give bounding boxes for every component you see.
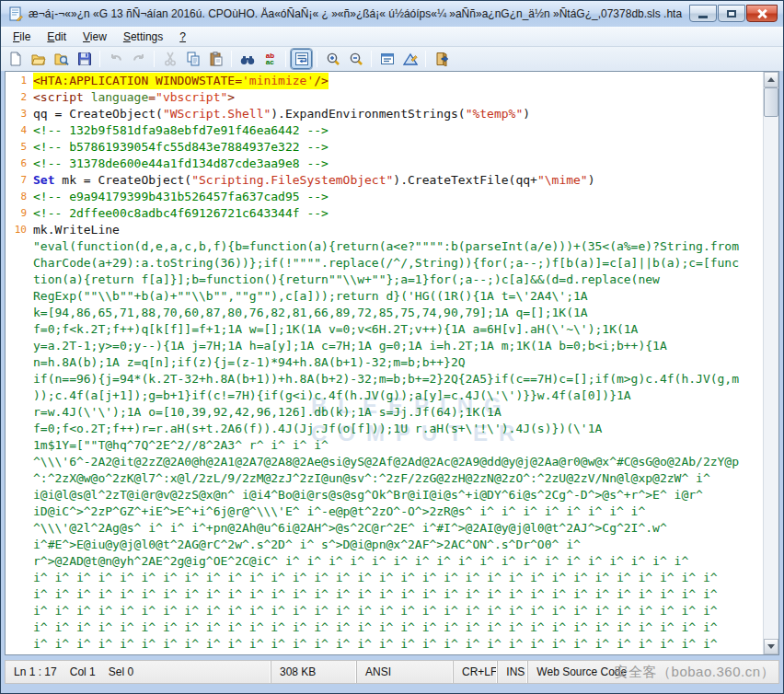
status-insert-mode[interactable]: INS — [497, 661, 527, 683]
code-text[interactable]: <script language="vbscript"> — [33, 89, 763, 106]
code-text[interactable]: <!-- 2dffee00c8adbc4f69126721c643344f --… — [33, 205, 763, 222]
code-text[interactable]: RegExp(""\\b""+b(a)+""\\b"",""g""),c[a])… — [33, 288, 763, 305]
code-text[interactable]: i^ i^ i^ i^ i^ i^ i^ i^ i^ i^ i^ i^ i^ i… — [33, 603, 763, 619]
open-file-button[interactable] — [28, 49, 49, 69]
undo-button[interactable] — [105, 49, 126, 69]
settings-button[interactable] — [376, 49, 398, 69]
line-number[interactable] — [6, 636, 33, 653]
line-number[interactable] — [6, 537, 33, 553]
line-number[interactable] — [6, 387, 33, 404]
line-number[interactable] — [6, 288, 33, 305]
line-number[interactable] — [6, 404, 33, 421]
code-text[interactable]: ^\\\'6^-2A2@it@2zZ@2A0@h@2A1@2A7@2A8@2Ae… — [33, 454, 763, 470]
code-text[interactable]: i@i@l@s@l^2zT@i@r@v@2zS@x@n^ i@i4^Bo@i@r… — [33, 487, 763, 503]
line-number[interactable] — [6, 238, 33, 255]
code-text[interactable]: n=h.8A(b);1A z=q[n];if(z){j=(z-1)*94+h.8… — [33, 354, 763, 371]
code-text[interactable]: "eval(function(d,e,a,c,b,f){b=function(a… — [33, 238, 763, 255]
status-eol-mode[interactable]: CR+LF — [453, 661, 497, 683]
code-text[interactable]: f=0;f<o.2T;f++)r=r.aH(s+t.2A6(f)).4J(Jj.… — [33, 421, 763, 437]
line-number[interactable]: 8 — [6, 189, 33, 205]
line-number[interactable] — [6, 321, 33, 338]
line-number[interactable] — [6, 354, 33, 371]
code-text[interactable]: ));c.4f(a[j+1]);g=b+1}if(c!=7H){if(g<i)c… — [33, 387, 763, 404]
code-text[interactable]: <!-- 132b9f581dfa9a8ebfd7e91f46ea6442 --… — [33, 122, 763, 139]
line-number[interactable]: 5 — [6, 139, 33, 156]
copy-button[interactable] — [182, 49, 203, 69]
code-text[interactable]: mk.WriteLine — [33, 222, 763, 238]
code-text[interactable]: qq = CreateObject("WScript.Shell").Expan… — [33, 106, 763, 122]
menu-view[interactable]: View — [75, 29, 115, 45]
line-number[interactable]: 10 — [6, 222, 33, 238]
code-text[interactable]: f=0;f<k.2T;f++)q[k[f]]=f+1;1A w=[];1K(1A… — [33, 321, 763, 338]
menu-help[interactable]: ? — [171, 29, 194, 45]
code-text[interactable]: i^ i^ i^ i^ i^ i^ i^ i^ i^ i^ i^ i^ i^ i… — [33, 586, 763, 603]
line-number[interactable] — [6, 503, 33, 520]
code-text[interactable]: ^:^2zX@w@o^2zK@l7^:x@l/2zL/9/2zM@2zJ^2zI… — [33, 470, 763, 487]
code-text[interactable]: i^ i^ i^ i^ i^ i^ i^ i^ i^ i^ i^ i^ i^ i… — [33, 570, 763, 586]
vertical-scrollbar[interactable] — [763, 72, 778, 654]
code-text[interactable]: i^ i^ i^ i^ i^ i^ i^ i^ i^ i^ i^ i^ i^ i… — [33, 636, 763, 653]
code-text[interactable]: <HTA:APPLICATION WINDOWSTATE='minimize'/… — [33, 73, 329, 89]
code-text[interactable]: y=a.2T-1;y>=0;y--){1A j=7H;1A h=a[y];1A … — [33, 338, 763, 354]
maximize-button[interactable] — [718, 5, 745, 22]
paste-button[interactable] — [205, 49, 226, 69]
line-number[interactable] — [6, 255, 33, 272]
line-number[interactable] — [6, 586, 33, 603]
menu-edit[interactable]: Edit — [39, 29, 75, 45]
exit-button[interactable] — [431, 49, 452, 69]
redo-button[interactable] — [128, 49, 149, 69]
line-number[interactable]: 9 — [6, 205, 33, 222]
cut-button[interactable] — [159, 49, 180, 69]
replace-button[interactable]: ab ac — [259, 49, 281, 69]
line-number[interactable] — [6, 454, 33, 470]
code-text[interactable]: ^\\\'@2l^2Ag@s^ i^ i^ i^+pn@2Ah@u^6i@2AH… — [33, 520, 763, 537]
code-text[interactable]: i^ i^ i^ i^ i^ i^ i^ i^ i^ i^ i^ i^ i^ i… — [33, 619, 763, 636]
find-button[interactable] — [236, 49, 258, 69]
editor-rows[interactable]: BLEEPING COMPUTER 1<HTA:APPLICATION WIND… — [6, 72, 763, 654]
line-number[interactable] — [6, 553, 33, 570]
line-number[interactable] — [6, 305, 33, 321]
line-number[interactable] — [6, 470, 33, 487]
line-number[interactable] — [6, 603, 33, 619]
code-text[interactable]: 1m$1Y=[""T@hq^7Q^2E^2//8^2A3^ r^ i^ i^ i… — [33, 437, 763, 454]
line-number[interactable]: 2 — [6, 89, 33, 106]
code-text[interactable]: <!-- 31378de600e44a1fd134d87cde3aa9e8 --… — [33, 156, 763, 172]
title-bar[interactable]: æ¬á¡-¬«»¿n «G 13 ñÑ¬áían 2016ú. CPOùHO. … — [1, 1, 783, 27]
minimize-button[interactable] — [689, 5, 717, 22]
code-text[interactable]: <!-- b57861939054fc55d843e7884937e322 --… — [33, 139, 763, 156]
code-text[interactable]: tion(a){return f[a]}];b=function(){retur… — [33, 272, 763, 288]
line-number[interactable]: 3 — [6, 106, 33, 122]
line-number[interactable] — [6, 570, 33, 586]
code-text[interactable]: r^>@2AD@t@n@yh^2AE^2g@ig^OE^2C@iC^ i^ i^… — [33, 553, 763, 570]
scheme-config-button[interactable] — [399, 49, 421, 69]
zoom-out-button[interactable] — [345, 49, 366, 69]
scrollbar-track[interactable] — [764, 87, 778, 639]
close-button[interactable] — [746, 5, 778, 22]
line-number[interactable] — [6, 437, 33, 454]
scroll-down-button[interactable] — [764, 639, 778, 654]
scrollbar-thumb[interactable] — [764, 87, 778, 117]
code-text[interactable]: <!-- e9a94179399b431b526457fa637cad95 --… — [33, 189, 763, 205]
menu-file[interactable]: File — [5, 29, 39, 45]
code-text[interactable]: if(n==96){j=94*(k.2T-32+h.8A(b+1))+h.8A(… — [33, 371, 763, 387]
line-number[interactable]: 1 — [6, 73, 33, 89]
zoom-in-button[interactable] — [322, 49, 343, 69]
editor[interactable]: BLEEPING COMPUTER 1<HTA:APPLICATION WIND… — [5, 71, 779, 655]
code-text[interactable]: i^#E^>E@iu@y@j@l0@t^2AG@rC^2w^.s^2D^ i^ … — [33, 537, 763, 553]
word-wrap-button[interactable] — [291, 49, 312, 69]
scroll-up-button[interactable] — [764, 72, 778, 87]
line-number[interactable] — [6, 272, 33, 288]
line-number[interactable] — [6, 520, 33, 537]
code-text[interactable]: CharCode(a+29):a.toString(36))};if(!""""… — [33, 255, 763, 272]
status-encoding[interactable]: ANSI — [356, 661, 453, 683]
code-text[interactable]: Set mk = CreateObject("Scripting.FileSys… — [33, 172, 763, 189]
line-number[interactable]: 6 — [6, 156, 33, 172]
menu-settings[interactable]: Settings — [115, 29, 171, 45]
line-number[interactable] — [6, 487, 33, 503]
line-number[interactable]: 7 — [6, 172, 33, 189]
code-text[interactable]: r=w.4J(\'\');1A o=[10,39,92,42,96,126].d… — [33, 404, 763, 421]
save-button[interactable] — [74, 49, 95, 69]
code-text[interactable]: iD@iC^>^2zP^GZ^+iE^>E^+i^6j@r@^\\\'E^ i^… — [33, 503, 763, 520]
new-file-button[interactable] — [5, 49, 26, 69]
line-number[interactable] — [6, 619, 33, 636]
